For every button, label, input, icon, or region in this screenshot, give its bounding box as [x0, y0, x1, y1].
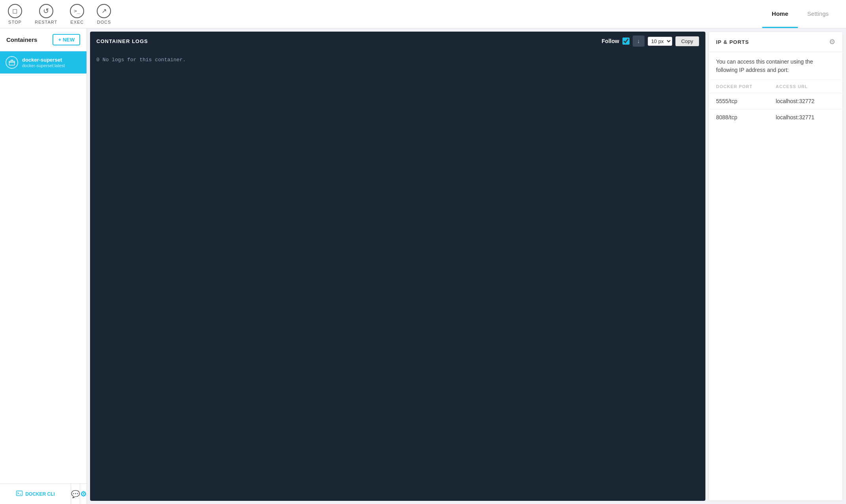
exec-action[interactable]: >_ EXEC — [70, 4, 84, 24]
exec-icon: >_ — [70, 4, 84, 18]
sidebar-item-docker-superset[interactable]: docker-superset docker-superset:latest — [0, 51, 86, 74]
chat-icon: 💬 — [71, 490, 80, 498]
sidebar: Containers + NEW docker-superset docker-… — [0, 28, 87, 504]
content-area: CONTAINER LOGS Follow ↓ 10 px 12 px 14 p… — [87, 28, 846, 504]
tab-home[interactable]: Home — [762, 0, 798, 28]
docker-cli-button[interactable]: DOCKER CLI — [0, 484, 71, 504]
svg-rect-1 — [17, 491, 23, 496]
logs-panel: CONTAINER LOGS Follow ↓ 10 px 12 px 14 p… — [90, 32, 705, 501]
sidebar-items: docker-superset docker-superset:latest — [0, 51, 86, 483]
logs-body: 0 No logs for this container. — [90, 51, 705, 501]
docs-action[interactable]: ↗ DOCS — [97, 4, 111, 24]
copy-button[interactable]: Copy — [675, 36, 699, 46]
sidebar-header: Containers + NEW — [0, 28, 86, 51]
container-name: docker-superset — [22, 57, 65, 63]
restart-action[interactable]: ↺ RESTART — [35, 4, 57, 24]
exec-label: EXEC — [70, 20, 84, 24]
chat-button[interactable]: 💬 — [71, 484, 80, 504]
access-url-2: localhost:32771 — [776, 114, 835, 120]
ip-ports-title: IP & PORTS — [716, 39, 749, 45]
ports-col-headers: DOCKER PORT ACCESS URL — [709, 80, 842, 93]
follow-label: Follow — [602, 38, 619, 44]
access-url-1: localhost:32772 — [776, 98, 835, 104]
new-button[interactable]: + NEW — [53, 34, 80, 45]
stop-icon: ◻ — [8, 4, 22, 18]
top-toolbar: ◻ STOP ↺ RESTART >_ EXEC ↗ DOCS Home Set… — [0, 0, 846, 28]
port-row-2: 8088/tcp localhost:32771 — [709, 109, 842, 125]
docs-icon: ↗ — [97, 4, 111, 18]
logs-controls: Follow ↓ 10 px 12 px 14 px Copy — [602, 36, 699, 47]
restart-label: RESTART — [35, 20, 57, 24]
col-access-url: ACCESS URL — [776, 84, 835, 89]
ip-ports-header: IP & PORTS ⚙ — [709, 32, 842, 52]
docker-cli-icon — [16, 490, 23, 498]
col-docker-port: DOCKER PORT — [716, 84, 776, 89]
settings-button[interactable]: ⚙ — [80, 484, 86, 504]
restart-icon: ↺ — [39, 4, 53, 18]
top-tabs: Home Settings — [762, 0, 838, 28]
toolbar-actions: ◻ STOP ↺ RESTART >_ EXEC ↗ DOCS — [8, 4, 762, 24]
stop-action[interactable]: ◻ STOP — [8, 4, 22, 24]
ip-ports-settings-button[interactable]: ⚙ — [829, 38, 835, 46]
logs-title: CONTAINER LOGS — [96, 38, 148, 44]
follow-checkbox[interactable] — [622, 38, 630, 45]
container-info: docker-superset docker-superset:latest — [22, 57, 65, 68]
sidebar-title: Containers — [6, 36, 37, 43]
stop-label: STOP — [8, 20, 22, 24]
logs-header: CONTAINER LOGS Follow ↓ 10 px 12 px 14 p… — [90, 32, 705, 51]
log-content: 0 No logs for this container. — [96, 57, 186, 63]
docker-cli-label: DOCKER CLI — [25, 491, 55, 497]
ports-table: DOCKER PORT ACCESS URL 5555/tcp localhos… — [709, 80, 842, 125]
svg-rect-0 — [9, 61, 15, 65]
main-layout: Containers + NEW docker-superset docker-… — [0, 28, 846, 504]
tab-settings[interactable]: Settings — [798, 0, 838, 28]
docs-label: DOCS — [97, 20, 111, 24]
docker-port-2: 8088/tcp — [716, 114, 776, 120]
port-row-1: 5555/tcp localhost:32772 — [709, 93, 842, 109]
docker-port-1: 5555/tcp — [716, 98, 776, 104]
font-size-select[interactable]: 10 px 12 px 14 px — [648, 37, 672, 46]
container-tag: docker-superset:latest — [22, 63, 65, 68]
container-icon — [6, 56, 18, 69]
gear-icon: ⚙ — [80, 490, 86, 498]
scroll-down-button[interactable]: ↓ — [633, 36, 645, 47]
ip-ports-panel: IP & PORTS ⚙ You can access this contain… — [709, 32, 843, 501]
ip-description: You can access this container using the … — [709, 52, 842, 80]
sidebar-footer: DOCKER CLI 💬 ⚙ — [0, 483, 86, 504]
